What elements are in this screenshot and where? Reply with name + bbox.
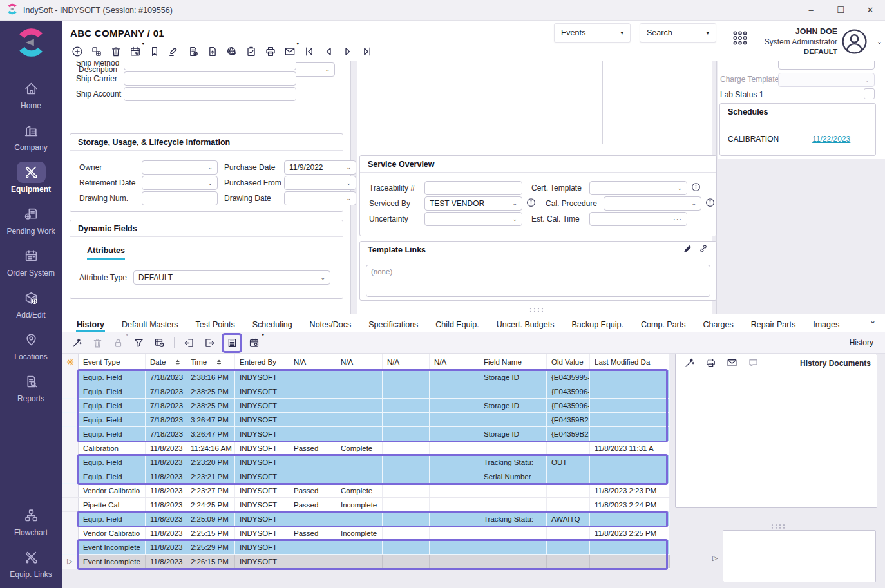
column-header-event-type[interactable]: Event Type [79,354,146,370]
sidebar-item-equipment[interactable]: Equipment [1,157,61,199]
row-selector[interactable] [62,469,79,483]
history-toolbar-lock-button[interactable]: ▾ [109,334,127,352]
splitter[interactable] [598,61,598,144]
retirement-date-select[interactable]: ⌄ [142,176,218,190]
link-icon[interactable] [698,243,709,256]
column-header-date[interactable]: Date [146,354,186,370]
history-row[interactable]: Equip. Field7/18/20232:38:16 PMINDYSOFTS… [62,370,670,384]
tab-scheduling[interactable]: Scheduling [252,316,293,332]
est-cal-time-input[interactable]: ··· [589,212,687,226]
history-toolbar-delete-button[interactable] [89,334,106,352]
row-selector[interactable]: ▷ [62,555,79,568]
column-header-last-modified-da[interactable]: Last Modified Da [590,354,670,370]
purchase-date-select[interactable]: 11/9/2022⌄ [284,160,356,175]
charge-template-select[interactable]: ⌄ [778,73,875,87]
sidebar-item-locations[interactable]: Locations [1,325,61,366]
drawing-num-input[interactable] [142,191,218,205]
events-dropdown[interactable]: Events▾ [554,23,631,43]
toolbar-email-button[interactable]: ▾ [281,43,298,59]
tab-history[interactable]: History [76,316,105,332]
avatar[interactable] [841,28,868,55]
info-icon[interactable] [705,197,716,211]
tab-comp-parts[interactable]: Comp. Parts [640,316,686,332]
toolbar-report-add-button[interactable] [185,43,201,59]
column-header-old-value[interactable]: Old Value [547,354,590,370]
ship-account-input[interactable] [124,87,296,101]
sidebar-item-add-edit[interactable]: Add/Edit [1,283,61,325]
edit-pencil-icon[interactable] [683,243,693,256]
history-row[interactable]: Pipette Cal11/8/20232:24:25 PMINDYSOFTPa… [62,498,670,512]
row-selector[interactable] [62,399,79,412]
purchased-from-select[interactable]: ⌄ [284,176,356,190]
tab-images[interactable]: Images [812,316,840,332]
row-selector[interactable] [62,413,79,426]
history-row[interactable]: Equip. Field7/18/20232:38:25 PMINDYSOFT{… [62,384,670,399]
toolbar-web-check-button[interactable] [224,43,240,59]
tab-test-points[interactable]: Test Points [195,316,236,332]
template-links-box[interactable]: (none) [366,265,710,297]
sidebar-item-reports[interactable]: Reports [1,366,61,408]
ship-carrier-input[interactable] [124,71,296,86]
history-toolbar-enter-right-button[interactable] [201,334,218,352]
tab-attributes[interactable]: Attributes [87,246,125,260]
info-icon[interactable] [690,182,701,195]
history-toolbar-wand-button[interactable] [68,334,86,352]
expander-triangle-icon[interactable]: ▷ [712,554,718,562]
row-selector[interactable] [62,498,79,511]
tab-default-masters[interactable]: Default Masters [121,316,179,332]
history-toolbar-list-button[interactable] [222,333,242,353]
owner-select[interactable]: ⌄ [142,160,218,175]
minimize-button[interactable]: – [796,0,826,20]
tab-backup-equip-[interactable]: Backup Equip. [571,316,624,332]
cert-template-select[interactable]: ⌄ [589,181,687,195]
row-selector[interactable] [62,540,79,554]
history-toolbar-event-calendar-button[interactable]: ▾ [245,334,263,352]
history-row[interactable]: Equip. Field7/18/20233:26:47 PMINDYSOFT{… [62,413,670,427]
maximize-button[interactable]: ☐ [826,0,855,20]
apps-grid-icon[interactable] [732,30,751,50]
sidebar-item-company[interactable]: Company [1,115,61,157]
history-row[interactable]: ▷Event Incomplete11/8/20232:26:15 PMINDY… [62,555,670,569]
sidebar-item-order-system[interactable]: Order System [1,241,61,283]
traceability-input[interactable] [424,181,522,195]
tab-uncert-budgets[interactable]: Uncert. Budgets [496,316,555,332]
history-toolbar-exit-left-button[interactable] [180,334,198,352]
toolbar-event-calendar-button[interactable]: ▾ [127,43,143,59]
toolbar-nav-first-button[interactable] [301,43,317,59]
toolbar-sign-button[interactable] [166,43,182,59]
sidebar-item-flowchart[interactable]: Flowchart [1,500,61,542]
toolbar-print-button[interactable] [262,43,278,59]
drawing-date-select[interactable]: ⌄ [284,191,356,205]
history-row[interactable]: Vendor Calibratio11/8/20232:25:15 PMINDY… [62,526,670,540]
row-selector[interactable] [62,370,79,384]
history-row[interactable]: Event Incomplete11/8/20232:25:29 PMINDYS… [62,540,670,555]
sidebar-item-equip-links[interactable]: Equip. Links [1,542,61,584]
tab-repair-parts[interactable]: Repair Parts [750,316,796,332]
column-header-n-a[interactable]: N/A [383,354,430,370]
tab-charges[interactable]: Charges [702,316,734,332]
chevron-down-icon[interactable]: ⌄ [877,37,882,46]
toolbar-doc-upload-button[interactable] [204,43,220,59]
history-toolbar-filter-button[interactable] [130,334,148,352]
history-row[interactable]: Equip. Field11/8/20232:25:09 PMINDYSOFTT… [62,512,670,526]
tab-specifications[interactable]: Specifications [368,316,419,332]
cal-procedure-select[interactable]: ⌄ [604,196,701,211]
attribute-type-select[interactable]: DEFAULT ⌄ [133,270,330,285]
collapse-panel-chevron-icon[interactable]: ⌄ [870,316,876,325]
row-selector[interactable] [62,441,79,455]
lab-status-checkbox[interactable] [864,88,875,99]
history-row[interactable]: Equip. Field7/18/20232:38:25 PMINDYSOFTS… [62,399,670,413]
toolbar-clipboard-check-button[interactable] [243,43,259,59]
tab-notes-docs[interactable]: Notes/Docs [309,316,352,332]
column-header-field-name[interactable]: Field Name [479,354,547,370]
history-row[interactable]: Vendor Calibratio11/8/20232:23:27 PMINDY… [62,484,670,498]
toolbar-add-circle-button[interactable] [69,43,85,59]
documents-print-button[interactable] [703,356,718,371]
history-row[interactable]: Equip. Field11/8/20232:23:21 PMINDYSOFTS… [62,469,670,484]
column-header-time[interactable]: Time [186,354,235,370]
toolbar-nav-last-button[interactable] [359,43,375,59]
documents-wand-button[interactable] [681,356,697,371]
row-selector[interactable] [62,484,79,497]
row-selector[interactable] [62,384,79,398]
row-selector[interactable] [62,455,79,469]
